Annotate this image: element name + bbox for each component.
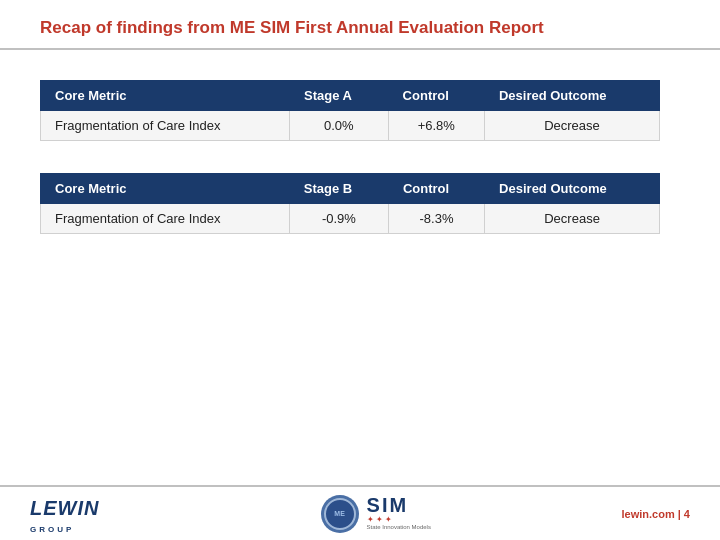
table-a-row1-metric: Fragmentation of Care Index: [41, 111, 290, 141]
table-a-row1-stage: 0.0%: [290, 111, 389, 141]
table-a-col-desired: Desired Outcome: [484, 81, 659, 111]
table-a-row1-desired: Decrease: [484, 111, 659, 141]
sim-seal-text: ME: [334, 510, 345, 517]
sim-seal-inner: ME: [324, 498, 356, 530]
sim-stars: ✦✦✦: [367, 515, 394, 524]
table-b-col-metric: Core Metric: [41, 174, 290, 204]
sim-subtitle: State Innovation Models: [367, 524, 431, 531]
footer-page-info: lewin.com | 4: [622, 508, 691, 520]
slide: Recap of findings from ME SIM First Annu…: [0, 0, 720, 540]
page-title: Recap of findings from ME SIM First Annu…: [40, 18, 680, 38]
table-b-row-1: Fragmentation of Care Index -0.9% -8.3% …: [41, 204, 660, 234]
table-b-header-row: Core Metric Stage B Control Desired Outc…: [41, 174, 660, 204]
footer-center: ME SIM ✦✦✦ State Innovation Models: [321, 495, 431, 533]
lewin-logo-text: LEWIN: [30, 493, 130, 526]
table-a: Core Metric Stage A Control Desired Outc…: [40, 80, 660, 141]
table-a-col-metric: Core Metric: [41, 81, 290, 111]
footer-left: LEWIN Group: [30, 493, 130, 535]
lewin-logo: LEWIN Group: [30, 493, 130, 535]
sim-label: SIM: [367, 495, 409, 515]
table-b-row1-desired: Decrease: [485, 204, 660, 234]
table-b-row1-stage: -0.9%: [289, 204, 388, 234]
table-a-col-control: Control: [388, 81, 484, 111]
footer: LEWIN Group ME SIM ✦✦✦ State Innovation …: [0, 485, 720, 540]
lewin-group-label: Group: [30, 526, 130, 535]
table-a-col-stage: Stage A: [290, 81, 389, 111]
table-b-col-desired: Desired Outcome: [485, 174, 660, 204]
table-a-wrapper: Core Metric Stage A Control Desired Outc…: [40, 80, 680, 141]
svg-text:LEWIN: LEWIN: [30, 497, 99, 519]
table-b-col-stage: Stage B: [289, 174, 388, 204]
table-b-row1-control: -8.3%: [388, 204, 484, 234]
header: Recap of findings from ME SIM First Annu…: [0, 0, 720, 50]
main-content: Core Metric Stage A Control Desired Outc…: [0, 50, 720, 234]
table-a-row1-control: +6.8%: [388, 111, 484, 141]
table-b-row1-metric: Fragmentation of Care Index: [41, 204, 290, 234]
table-a-row-1: Fragmentation of Care Index 0.0% +6.8% D…: [41, 111, 660, 141]
table-b-wrapper: Core Metric Stage B Control Desired Outc…: [40, 173, 680, 234]
table-b-col-control: Control: [388, 174, 484, 204]
sim-text-logo: SIM ✦✦✦ State Innovation Models: [367, 495, 431, 531]
table-a-header-row: Core Metric Stage A Control Desired Outc…: [41, 81, 660, 111]
lewin-svg-logo: LEWIN: [30, 493, 130, 521]
sim-seal-icon: ME: [321, 495, 359, 533]
table-b: Core Metric Stage B Control Desired Outc…: [40, 173, 660, 234]
